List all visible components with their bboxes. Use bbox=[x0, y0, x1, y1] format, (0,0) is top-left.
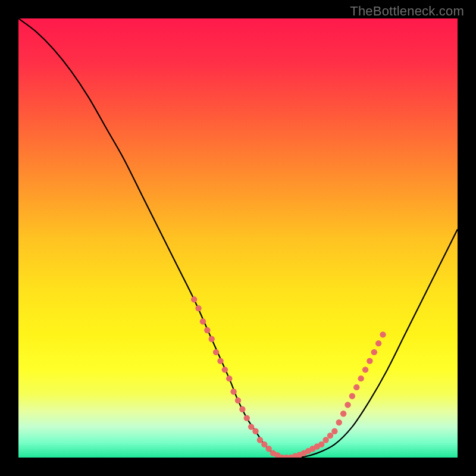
highlight-dot bbox=[200, 318, 206, 324]
highlight-dot bbox=[213, 349, 219, 355]
highlight-dots-group bbox=[191, 296, 386, 458]
highlight-dot bbox=[257, 437, 263, 443]
bottleneck-curve bbox=[18, 18, 458, 458]
curve-layer bbox=[18, 18, 458, 458]
highlight-dot bbox=[318, 441, 324, 447]
highlight-dot bbox=[252, 428, 258, 434]
watermark-text: TheBottleneck.com bbox=[350, 4, 464, 19]
highlight-dot bbox=[327, 433, 333, 439]
highlight-dot bbox=[380, 331, 386, 337]
highlight-dot bbox=[349, 393, 355, 399]
highlight-dot bbox=[358, 375, 364, 381]
highlight-dot bbox=[265, 446, 271, 452]
highlight-dot bbox=[195, 305, 201, 311]
highlight-dot bbox=[353, 384, 359, 390]
highlight-dot bbox=[222, 367, 228, 372]
highlight-dot bbox=[235, 397, 241, 403]
chart-frame bbox=[18, 18, 458, 458]
highlight-dot bbox=[340, 411, 346, 416]
highlight-dot bbox=[336, 419, 342, 425]
highlight-dot bbox=[261, 441, 267, 447]
highlight-dot bbox=[217, 358, 223, 364]
highlight-dot bbox=[226, 375, 232, 381]
highlight-dot bbox=[230, 389, 236, 394]
highlight-dot bbox=[375, 340, 381, 346]
highlight-dot bbox=[322, 437, 328, 443]
highlight-dot bbox=[367, 358, 372, 364]
highlight-dot bbox=[345, 402, 350, 408]
highlight-dot bbox=[362, 367, 368, 372]
highlight-dot bbox=[191, 296, 197, 302]
highlight-dot bbox=[248, 424, 254, 430]
highlight-dot bbox=[371, 349, 377, 355]
highlight-dot bbox=[204, 327, 210, 333]
highlight-dot bbox=[244, 415, 250, 421]
highlight-dot bbox=[239, 406, 245, 412]
highlight-dot bbox=[331, 428, 337, 434]
highlight-dot bbox=[209, 336, 215, 342]
